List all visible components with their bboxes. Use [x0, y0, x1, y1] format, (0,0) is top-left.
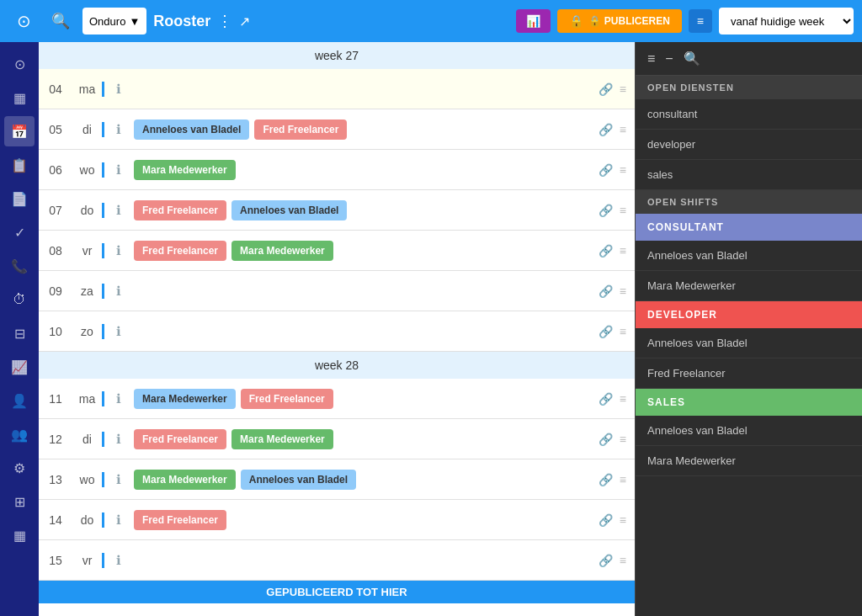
- nav-icon-overview[interactable]: ▦: [4, 82, 35, 113]
- attachment-icon[interactable]: 🔗: [599, 244, 613, 258]
- info-icon[interactable]: ℹ: [102, 432, 127, 447]
- attachment-icon[interactable]: 🔗: [599, 82, 613, 96]
- external-link-icon[interactable]: ↗: [239, 13, 250, 29]
- panel-person[interactable]: Mara Medewerker: [636, 271, 862, 301]
- info-icon[interactable]: ℹ: [102, 122, 127, 137]
- attachment-icon[interactable]: 🔗: [599, 284, 613, 298]
- info-icon[interactable]: ℹ: [102, 472, 127, 487]
- company-dropdown[interactable]: Onduro ▼: [82, 8, 146, 35]
- shift-badge[interactable]: Anneloes van Bladel: [134, 119, 249, 140]
- shift-badge[interactable]: Fred Freelancer: [134, 510, 226, 530]
- attachment-icon[interactable]: 🔗: [599, 163, 613, 177]
- schedule-scroll[interactable]: week 27 04 ma ℹ 🔗 ≡ 05 di: [39, 42, 635, 616]
- menu-icon[interactable]: ≡: [620, 163, 626, 177]
- attachment-icon[interactable]: 🔗: [599, 123, 613, 136]
- info-icon[interactable]: ℹ: [102, 553, 127, 568]
- panel-item-sales[interactable]: sales: [636, 160, 862, 190]
- panel-person[interactable]: Mara Medewerker: [636, 446, 862, 476]
- day-name: zo: [72, 325, 102, 338]
- panel-person[interactable]: Anneloes van Bladel: [636, 416, 862, 446]
- info-icon[interactable]: ℹ: [102, 284, 127, 299]
- shift-badge[interactable]: Mara Medewerker: [231, 429, 333, 449]
- panel-item-consultant[interactable]: consultant: [636, 99, 862, 130]
- menu-icon[interactable]: ≡: [620, 325, 626, 338]
- shift-badge[interactable]: Mara Medewerker: [134, 160, 236, 180]
- menu-icon[interactable]: ≡: [620, 204, 626, 217]
- menu-icon[interactable]: ≡: [620, 513, 626, 527]
- shift-badge[interactable]: Anneloes van Bladel: [231, 200, 347, 220]
- info-icon[interactable]: ℹ: [102, 324, 127, 339]
- shift-badge[interactable]: Fred Freelancer: [134, 241, 226, 261]
- attachment-icon[interactable]: 🔗: [599, 433, 613, 446]
- info-icon[interactable]: ℹ: [102, 162, 127, 178]
- attachment-icon[interactable]: 🔗: [599, 513, 613, 527]
- more-options-icon[interactable]: ⋮: [217, 12, 232, 30]
- menu-icon[interactable]: ≡: [620, 82, 626, 96]
- menu-icon[interactable]: ≡: [620, 554, 626, 567]
- nav-icon-group[interactable]: 👥: [4, 419, 35, 449]
- shift-category-developer[interactable]: DEVELOPER: [636, 301, 862, 328]
- nav-icon-clipboard[interactable]: 📋: [4, 150, 35, 180]
- stats-button[interactable]: 📊: [516, 9, 551, 33]
- menu-icon[interactable]: ≡: [620, 392, 626, 406]
- shift-badge[interactable]: Fred Freelancer: [241, 389, 333, 409]
- menu-icon[interactable]: ≡: [620, 433, 626, 446]
- attachment-icon[interactable]: 🔗: [599, 392, 613, 406]
- shift-badge[interactable]: Mara Medewerker: [134, 470, 236, 490]
- nav-icon-check[interactable]: ✓: [4, 217, 35, 247]
- panel-search-icon[interactable]: 🔍: [684, 50, 700, 66]
- info-icon[interactable]: ℹ: [102, 243, 127, 258]
- panel-minus-icon[interactable]: −: [665, 51, 673, 66]
- day-number: 14: [39, 513, 72, 527]
- nav-icon-person[interactable]: 👤: [4, 385, 35, 416]
- shift-badge[interactable]: Anneloes van Bladel: [241, 470, 356, 490]
- panel-menu-icon[interactable]: ≡: [647, 51, 655, 66]
- table-row: 08 vr ℹ Fred Freelancer Mara Medewerker …: [39, 231, 635, 271]
- panel-person[interactable]: Anneloes van Bladel: [636, 241, 862, 271]
- nav-icon-dashboard[interactable]: ⊙: [4, 49, 35, 79]
- panel-person[interactable]: Fred Freelancer: [636, 358, 862, 389]
- nav-icon-chart[interactable]: 📈: [4, 352, 35, 382]
- panel-person[interactable]: Anneloes van Bladel: [636, 328, 862, 358]
- shift-badge[interactable]: Fred Freelancer: [254, 119, 347, 140]
- nav-icon-phone[interactable]: 📞: [4, 251, 35, 281]
- shift-badge[interactable]: Mara Medewerker: [231, 241, 333, 261]
- menu-icon[interactable]: ≡: [620, 123, 626, 136]
- nav-icon-calendar[interactable]: 📅: [4, 116, 35, 146]
- info-icon[interactable]: ℹ: [102, 82, 127, 97]
- info-icon[interactable]: ℹ: [102, 391, 127, 406]
- table-row: 13 wo ℹ Mara Medewerker Anneloes van Bla…: [39, 459, 635, 500]
- publish-button[interactable]: 🔒 🔒 PUBLICEREN: [557, 9, 681, 33]
- info-icon[interactable]: ℹ: [102, 203, 127, 218]
- shift-category-sales[interactable]: SALES: [636, 389, 862, 416]
- table-row: 07 do ℹ Fred Freelancer Anneloes van Bla…: [39, 190, 635, 231]
- attachment-icon[interactable]: 🔗: [599, 473, 613, 486]
- attachment-icon[interactable]: 🔗: [599, 204, 613, 217]
- day-name: ma: [72, 82, 102, 96]
- attachment-icon[interactable]: 🔗: [599, 325, 613, 338]
- nav-icon-grid2[interactable]: ▦: [4, 520, 35, 550]
- nav-icon-document[interactable]: 📄: [4, 183, 35, 214]
- attachment-icon[interactable]: 🔗: [599, 554, 613, 567]
- week-range-dropdown[interactable]: vanaf huidige week: [719, 8, 854, 35]
- list-view-button[interactable]: ≡: [689, 9, 712, 33]
- nav-icon-apps[interactable]: ⊞: [4, 486, 35, 517]
- menu-icon[interactable]: ≡: [620, 244, 626, 258]
- info-icon[interactable]: ℹ: [102, 512, 127, 528]
- search-icon[interactable]: 🔍: [45, 6, 76, 36]
- left-nav: ⊙ ▦ 📅 📋 📄 ✓ 📞 ⏱ ⊟ 📈 👤 👥 ⚙ ⊞ ▦: [0, 42, 39, 616]
- menu-icon[interactable]: ≡: [620, 473, 626, 486]
- nav-logo-icon[interactable]: ⊙: [8, 6, 39, 36]
- day-number: 15: [39, 554, 72, 567]
- row-actions: 🔗 ≡: [599, 513, 635, 527]
- table-row: 05 di ℹ Anneloes van Bladel Fred Freelan…: [39, 109, 635, 150]
- shift-badge[interactable]: Mara Medewerker: [134, 389, 236, 409]
- shift-badge[interactable]: Fred Freelancer: [134, 200, 226, 220]
- nav-icon-settings[interactable]: ⚙: [4, 453, 35, 483]
- nav-icon-clock[interactable]: ⏱: [4, 284, 35, 315]
- menu-icon[interactable]: ≡: [620, 284, 626, 298]
- panel-item-developer[interactable]: developer: [636, 130, 862, 160]
- nav-icon-table[interactable]: ⊟: [4, 318, 35, 348]
- shift-category-consultant[interactable]: CONSULTANT: [636, 214, 862, 241]
- shift-badge[interactable]: Fred Freelancer: [134, 429, 226, 449]
